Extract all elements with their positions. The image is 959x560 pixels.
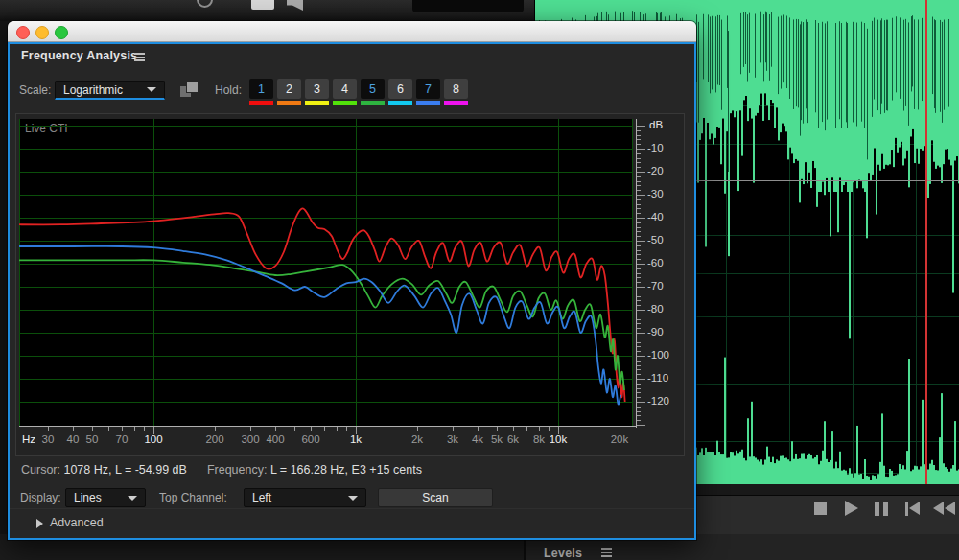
db-tick (637, 351, 641, 352)
db-tick-label: -40 (647, 211, 690, 224)
db-tick (637, 158, 641, 159)
skip-to-start-button[interactable] (900, 496, 924, 521)
hold-button-5[interactable]: 5 (361, 79, 385, 105)
panel-title: Frequency Analysis (21, 49, 137, 62)
db-tick-label: -30 (647, 188, 690, 201)
window-titlebar[interactable] (8, 21, 696, 42)
rewind-icon (933, 502, 955, 515)
close-window-button[interactable] (16, 26, 30, 39)
panel-button-icon[interactable] (251, 0, 274, 10)
freq-tick (417, 427, 418, 431)
hold-button-3[interactable]: 3 (305, 79, 329, 105)
db-tick (637, 144, 641, 145)
db-tick (637, 369, 641, 370)
db-tick (637, 411, 641, 412)
frequency-value: L = 166.28 Hz, E3 +15 cents (270, 463, 422, 477)
scan-button[interactable]: Scan (378, 488, 493, 507)
hold-button-7[interactable]: 7 (416, 79, 440, 105)
scale-label: Scale: (19, 83, 51, 97)
hold-button-label[interactable]: 6 (388, 79, 412, 99)
copy-snapshot-button[interactable] (178, 80, 199, 99)
db-tick (637, 204, 641, 205)
freq-tick (337, 427, 338, 431)
hold-color-bar (333, 101, 357, 105)
hold-button-label[interactable]: 1 (249, 79, 273, 99)
freq-tick (324, 427, 325, 431)
db-tick (637, 338, 641, 338)
hold-button-label[interactable]: 7 (416, 79, 440, 99)
app-toolbar (0, 0, 535, 21)
hold-color-bar (388, 101, 412, 105)
db-tick (637, 181, 641, 182)
db-tick-label: -90 (647, 326, 690, 339)
db-tick (637, 292, 641, 292)
speaker-icon[interactable] (287, 0, 303, 11)
minimize-window-button[interactable] (35, 26, 49, 39)
hold-button-label[interactable]: 8 (444, 79, 468, 99)
hold-button-label[interactable]: 2 (277, 79, 301, 99)
hold-label: Hold: (215, 83, 242, 97)
hold-button-label[interactable]: 5 (361, 79, 385, 99)
stop-button[interactable] (807, 496, 832, 521)
hold-color-bar (444, 101, 468, 105)
freq-tick (513, 427, 514, 431)
frequency-plot-frame: Live CTI dB -10-20-30-40-50-60-70-80-90-… (15, 113, 685, 456)
db-tick (637, 241, 645, 242)
scale-dropdown[interactable]: Logarithmic (55, 81, 165, 100)
db-tick (637, 259, 641, 260)
curve-hold-7-blue (19, 246, 620, 405)
freq-ruler-line (19, 426, 637, 427)
db-tick (637, 213, 641, 214)
db-tick (637, 277, 641, 278)
freq-tick (453, 427, 454, 431)
hold-button-6[interactable]: 6 (388, 79, 412, 105)
frequency-plot[interactable]: Live CTI (19, 119, 633, 426)
display-dropdown[interactable]: Lines (65, 488, 146, 507)
db-tick (637, 361, 641, 362)
hold-button-label[interactable]: 3 (305, 79, 329, 99)
hold-button-label[interactable]: 4 (333, 79, 357, 99)
zoom-window-button[interactable] (55, 26, 68, 39)
chevron-down-icon (128, 496, 137, 501)
db-tick-label: -20 (647, 165, 690, 178)
freq-tick-label: 200 (196, 433, 234, 446)
freq-tick (134, 427, 135, 431)
db-tick-label: -100 (647, 349, 690, 362)
top-channel-dropdown[interactable]: Left (244, 488, 366, 507)
db-tick (637, 365, 641, 366)
panel-menu-icon[interactable] (134, 53, 145, 63)
pause-button[interactable] (869, 496, 894, 521)
hold-buttons: 12345678 (249, 79, 472, 105)
db-tick (637, 208, 641, 209)
tool-icon[interactable] (197, 0, 213, 8)
db-tick (637, 254, 641, 255)
db-tick (637, 420, 641, 421)
db-tick (637, 245, 641, 246)
freq-tick-label: 400 (256, 433, 294, 446)
db-tick (637, 287, 645, 288)
hold-color-bar (416, 101, 440, 105)
top-channel-label: Top Channel: (159, 491, 227, 504)
db-tick (637, 172, 645, 173)
skip-to-start-icon (905, 502, 920, 516)
freq-tick (478, 427, 479, 431)
hold-button-8[interactable]: 8 (444, 79, 468, 105)
db-tick (637, 231, 641, 232)
db-tick (637, 139, 641, 140)
db-tick (637, 176, 641, 177)
freq-tick (275, 427, 276, 431)
hold-color-bar (277, 101, 301, 105)
db-tick (637, 273, 641, 274)
db-tick (637, 199, 641, 200)
display-label: Display: (20, 491, 61, 504)
rewind-button[interactable] (931, 496, 956, 521)
freq-tick (92, 427, 93, 431)
levels-panel-menu-icon[interactable] (601, 548, 612, 559)
hold-button-1[interactable]: 1 (249, 79, 273, 105)
advanced-section[interactable]: Advanced (10, 508, 694, 538)
hold-button-4[interactable]: 4 (333, 79, 357, 105)
db-tick (637, 402, 645, 403)
hold-button-2[interactable]: 2 (277, 79, 301, 105)
hold-color-bar (305, 101, 329, 105)
play-button[interactable] (839, 496, 864, 521)
